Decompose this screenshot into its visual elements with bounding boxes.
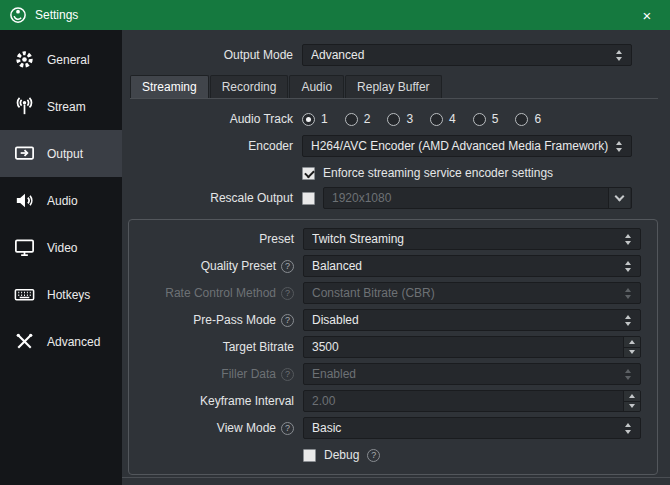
- prepass-mode-value: Disabled: [312, 313, 621, 327]
- settings-window: Settings × General Stream Output Audio: [0, 0, 670, 485]
- keyframe-interval-input[interactable]: 2.00: [303, 390, 641, 412]
- filler-data-select[interactable]: Enabled: [303, 363, 641, 385]
- combo-arrows-icon: [621, 234, 635, 245]
- rescale-resolution-value: 1920x1080: [332, 191, 603, 205]
- spin-down-button[interactable]: [623, 348, 640, 358]
- help-icon[interactable]: ?: [281, 422, 294, 435]
- prepass-mode-label: Pre-Pass Mode: [193, 313, 276, 327]
- keyboard-icon: [13, 283, 36, 306]
- spin-up-button[interactable]: [623, 391, 640, 402]
- sidebar-item-output[interactable]: Output: [0, 130, 122, 177]
- audio-track-radio-5[interactable]: 5: [473, 112, 499, 126]
- titlebar: Settings ×: [0, 0, 670, 30]
- output-mode-select[interactable]: Advanced: [302, 44, 632, 66]
- encoder-settings-group: Preset Twitch Streaming Quality Preset? …: [128, 219, 658, 475]
- window-title: Settings: [35, 8, 78, 22]
- quality-preset-value: Balanced: [312, 259, 621, 273]
- encoder-select[interactable]: H264/AVC Encoder (AMD Advanced Media Fra…: [302, 135, 632, 157]
- encoder-value: H264/AVC Encoder (AMD Advanced Media Fra…: [311, 139, 612, 153]
- output-tabs: Streaming Recording Audio Replay Buffer: [130, 75, 632, 98]
- rescale-output-label: Rescale Output: [210, 191, 293, 205]
- output-mode-value: Advanced: [311, 48, 612, 62]
- audio-track-radio-6[interactable]: 6: [515, 112, 541, 126]
- sidebar-item-label: Advanced: [47, 335, 100, 349]
- sidebar-item-stream[interactable]: Stream: [0, 83, 122, 130]
- output-monitor-icon: [13, 142, 36, 165]
- view-mode-select[interactable]: Basic: [303, 417, 641, 439]
- sidebar-item-general[interactable]: General: [0, 36, 122, 83]
- preset-value: Twitch Streaming: [312, 232, 621, 246]
- help-icon[interactable]: ?: [281, 260, 294, 273]
- radio-icon: [430, 113, 443, 126]
- radio-label: 2: [364, 112, 371, 126]
- tools-icon: [13, 330, 36, 353]
- debug-label: Debug: [324, 448, 359, 462]
- combo-arrows-icon: [621, 423, 635, 434]
- sidebar-item-audio[interactable]: Audio: [0, 177, 122, 224]
- tab-streaming[interactable]: Streaming: [130, 75, 209, 98]
- audio-track-radio-3[interactable]: 3: [387, 112, 413, 126]
- preset-select[interactable]: Twitch Streaming: [303, 228, 641, 250]
- output-settings-panel: Output Mode Advanced Streaming Recording…: [122, 30, 670, 485]
- radio-label: 4: [449, 112, 456, 126]
- help-icon[interactable]: ?: [281, 314, 294, 327]
- rescale-resolution-select[interactable]: 1920x1080: [323, 187, 632, 209]
- keyframe-interval-label: Keyframe Interval: [200, 394, 294, 408]
- close-button[interactable]: ×: [624, 0, 670, 30]
- sidebar-item-label: Video: [47, 241, 77, 255]
- sidebar-item-video[interactable]: Video: [0, 224, 122, 271]
- tab-pane-border: [130, 98, 658, 99]
- broadcast-antenna-icon: [13, 95, 36, 118]
- tab-audio[interactable]: Audio: [289, 75, 344, 98]
- audio-track-radio-2[interactable]: 2: [345, 112, 371, 126]
- spin-down-button[interactable]: [623, 402, 640, 412]
- rate-control-label: Rate Control Method: [165, 286, 276, 300]
- tab-replay-buffer[interactable]: Replay Buffer: [345, 75, 442, 98]
- help-icon[interactable]: ?: [367, 449, 380, 462]
- sidebar-item-hotkeys[interactable]: Hotkeys: [0, 271, 122, 318]
- preset-label: Preset: [259, 232, 294, 246]
- speaker-icon: [13, 189, 36, 212]
- sidebar-item-label: Output: [47, 147, 83, 161]
- sidebar-item-label: Hotkeys: [47, 288, 90, 302]
- audio-track-label: Audio Track: [230, 112, 293, 126]
- audio-track-group: 1 2 3 4 5 6: [302, 112, 632, 126]
- combo-arrows-icon: [612, 141, 626, 152]
- view-mode-label: View Mode: [217, 421, 276, 435]
- debug-checkbox[interactable]: [303, 449, 316, 462]
- tab-recording[interactable]: Recording: [210, 75, 289, 98]
- rate-control-select[interactable]: Constant Bitrate (CBR): [303, 282, 641, 304]
- help-icon[interactable]: ?: [281, 287, 294, 300]
- target-bitrate-input[interactable]: 3500: [303, 336, 641, 358]
- combo-arrows-icon: [621, 369, 635, 380]
- obs-logo-icon: [9, 6, 27, 24]
- chevron-down-icon: [608, 188, 630, 208]
- sidebar-item-label: General: [47, 53, 90, 67]
- rate-control-value: Constant Bitrate (CBR): [312, 286, 621, 300]
- enforce-encoder-settings-checkbox[interactable]: [302, 167, 315, 180]
- quality-preset-label: Quality Preset: [201, 259, 276, 273]
- radio-label: 6: [534, 112, 541, 126]
- radio-icon: [302, 113, 315, 126]
- radio-label: 3: [406, 112, 413, 126]
- combo-arrows-icon: [612, 50, 626, 61]
- audio-track-radio-4[interactable]: 4: [430, 112, 456, 126]
- sidebar-item-advanced[interactable]: Advanced: [0, 318, 122, 365]
- quality-preset-select[interactable]: Balanced: [303, 255, 641, 277]
- radio-icon: [473, 113, 486, 126]
- help-icon[interactable]: ?: [281, 368, 294, 381]
- prepass-mode-select[interactable]: Disabled: [303, 309, 641, 331]
- radio-icon: [387, 113, 400, 126]
- encoder-label: Encoder: [248, 139, 293, 153]
- footer-divider: [122, 477, 670, 478]
- spin-up-button[interactable]: [623, 337, 640, 348]
- combo-arrows-icon: [621, 288, 635, 299]
- gear-icon: [13, 48, 36, 71]
- rescale-output-checkbox[interactable]: [302, 192, 315, 205]
- combo-arrows-icon: [621, 261, 635, 272]
- filler-data-label: Filler Data: [221, 367, 276, 381]
- settings-sidebar: General Stream Output Audio Video Hotkey…: [0, 30, 122, 485]
- target-bitrate-value: 3500: [312, 340, 623, 354]
- radio-icon: [345, 113, 358, 126]
- audio-track-radio-1[interactable]: 1: [302, 112, 328, 126]
